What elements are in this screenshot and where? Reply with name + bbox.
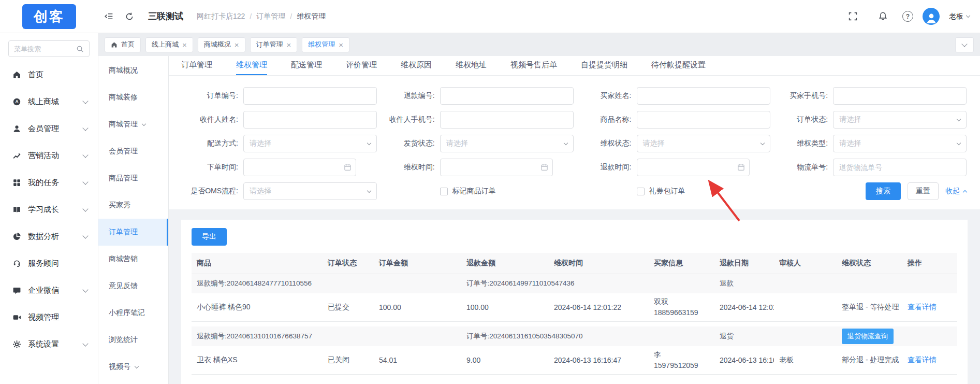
close-icon[interactable]	[182, 41, 187, 49]
breadcrumb-item[interactable]: 网红打卡店122	[197, 12, 245, 21]
select-value: 请选择	[643, 139, 665, 148]
user-menu[interactable]: 老板	[949, 12, 970, 21]
submenu-item-video-account[interactable]: 视频号	[98, 353, 168, 380]
cell-product: 卫衣 橘色XS	[192, 346, 323, 374]
sidebar-item-learning[interactable]: 学习成长	[0, 196, 98, 223]
sidebar-item-service[interactable]: 服务顾问	[0, 250, 98, 277]
sidebar-item-analytics[interactable]: 数据分析	[0, 223, 98, 250]
avatar[interactable]	[923, 8, 940, 25]
cell-actions: 查看详情	[902, 293, 957, 321]
order-time-input[interactable]	[243, 159, 356, 176]
export-button[interactable]: 导出	[192, 228, 227, 246]
submenu-item-member-management[interactable]: 会员管理	[98, 138, 168, 165]
sidebar-item-settings[interactable]: 系统设置	[0, 331, 98, 358]
submenu-item-miniprogram-notes[interactable]: 小程序笔记	[98, 300, 168, 326]
tab-payment-reminder-settings[interactable]: 待付款提醒设置	[651, 56, 706, 75]
submenu-item-buyer-show[interactable]: 买家秀	[98, 192, 168, 219]
sidebar-item-wecom[interactable]: 企业微信	[0, 277, 98, 304]
tab-video-aftersale[interactable]: 视频号售后单	[510, 56, 557, 75]
tab-order-management[interactable]: 订单管理	[250, 37, 298, 52]
close-icon[interactable]	[235, 41, 239, 49]
order-group-header: 退款编号:2024061482477710110556 订单号:20240614…	[192, 274, 957, 293]
rights-order-table: 商品 订单状态 订单金额 退款金额 维权时间 买家信息 退款日期 审核人 维权状…	[192, 253, 957, 375]
rights-type-select[interactable]: 请选择	[833, 135, 967, 152]
submenu-item-mall-decoration[interactable]: 商城装修	[98, 84, 168, 111]
fullscreen-icon[interactable]	[847, 11, 858, 22]
sidebar-item-members[interactable]: 会员管理	[0, 115, 98, 142]
help-icon[interactable]	[902, 11, 913, 22]
order-group-header: 退款编号:2024061310101676638757 订单号:20240613…	[192, 326, 957, 346]
ship-status-select[interactable]: 请选择	[440, 135, 574, 152]
rights-time-input[interactable]	[440, 159, 553, 176]
view-detail-link[interactable]: 查看详情	[908, 303, 937, 311]
search-button[interactable]: 搜索	[866, 182, 901, 200]
order-no-text: 订单号:202406131610503548305070	[461, 326, 714, 346]
tab-rights-reason[interactable]: 维权原因	[401, 56, 432, 75]
reset-button[interactable]: 重置	[908, 182, 939, 200]
submenu-label: 意见反馈	[109, 281, 138, 291]
chevron-down-icon	[760, 140, 764, 145]
submenu-item-product-management[interactable]: 商品管理	[98, 165, 168, 192]
main-sidebar: 首页 A 线上商城 会员管理 营销活动 我的任务 学习成长	[0, 33, 98, 384]
return-logistics-query-button[interactable]: 退货物流查询	[842, 329, 894, 344]
submenu-item-feedback[interactable]: 意见反馈	[98, 273, 168, 300]
tab-rights-management[interactable]: 维权管理	[236, 56, 267, 75]
col-order-amount: 订单金额	[374, 253, 461, 274]
tab-pickup-detail[interactable]: 自提提货明细	[581, 56, 627, 75]
oms-flow-select[interactable]: 请选择	[243, 182, 377, 200]
sidebar-item-marketing[interactable]: 营销活动	[0, 142, 98, 169]
submenu-item-mall-overview[interactable]: 商城概况	[98, 57, 168, 84]
menu-collapse-icon[interactable]	[103, 11, 114, 22]
order-status-select[interactable]: 请选择	[833, 111, 967, 129]
submenu-label: 商城管理	[109, 120, 138, 129]
bell-icon[interactable]	[877, 11, 888, 22]
submenu-item-order-management[interactable]: 订单管理	[98, 219, 168, 246]
submenu-item-browse-stats[interactable]: 浏览统计	[98, 326, 168, 353]
refund-time-input[interactable]	[637, 159, 750, 176]
receiver-name-input[interactable]	[243, 111, 377, 129]
group-actions-cell	[837, 274, 957, 293]
menu-search-box[interactable]	[8, 40, 90, 57]
tab-delivery-management[interactable]: 配送管理	[291, 56, 322, 75]
rights-status-select[interactable]: 请选择	[637, 135, 770, 152]
sidebar-item-label: 会员管理	[28, 124, 77, 134]
delivery-method-select[interactable]: 请选择	[243, 135, 377, 152]
sidebar-item-video[interactable]: 视频管理	[0, 304, 98, 331]
refund-no-input[interactable]	[440, 87, 574, 105]
tracking-no-input[interactable]	[833, 159, 967, 176]
gift-pack-order-checkbox[interactable]: 礼券包订单	[637, 187, 685, 196]
menu-search-input[interactable]	[14, 45, 76, 53]
marked-product-order-checkbox[interactable]: 标记商品订单	[440, 187, 496, 196]
tabs-dropdown-button[interactable]	[955, 37, 974, 52]
collapse-filters-link[interactable]: 收起	[945, 187, 967, 196]
tab-rights-address[interactable]: 维权地址	[456, 56, 487, 75]
sidebar-item-tasks[interactable]: 我的任务	[0, 169, 98, 196]
view-detail-link[interactable]: 查看详情	[908, 355, 937, 364]
submenu-item-mall-management[interactable]: 商城管理	[98, 111, 168, 138]
empty-cell	[774, 326, 837, 346]
submenu-item-mall-marketing[interactable]: 商城营销	[98, 246, 168, 273]
breadcrumb-item[interactable]: 订单管理	[256, 12, 285, 21]
receiver-phone-input[interactable]	[440, 111, 574, 129]
buyer-phone-input[interactable]	[833, 87, 967, 105]
sidebar-item-home[interactable]: 首页	[0, 61, 98, 88]
refresh-icon[interactable]	[124, 11, 135, 22]
sidebar-item-online-mall[interactable]: A 线上商城	[0, 88, 98, 115]
tab-home[interactable]: 首页	[105, 37, 141, 52]
cell-actions: 查看详情	[902, 346, 957, 374]
checkbox-label: 礼券包订单	[649, 187, 685, 196]
tab-online-mall[interactable]: 线上商城	[145, 37, 193, 52]
tab-mall-overview[interactable]: 商城概况	[198, 37, 245, 52]
submenu-label: 视频号	[109, 362, 130, 372]
app-logo[interactable]: 创客	[22, 4, 76, 29]
tab-rights-management[interactable]: 维权管理	[302, 37, 349, 52]
buyer-name-input[interactable]	[637, 87, 770, 105]
product-name-input[interactable]	[637, 111, 770, 129]
filter-label-refund-no: 退款编号:	[378, 91, 440, 101]
close-icon[interactable]	[287, 41, 291, 49]
checkbox-icon	[440, 188, 448, 195]
tab-order-management[interactable]: 订单管理	[181, 56, 212, 75]
order-no-input[interactable]	[243, 87, 377, 105]
close-icon[interactable]	[339, 41, 343, 49]
tab-review-management[interactable]: 评价管理	[346, 56, 377, 75]
